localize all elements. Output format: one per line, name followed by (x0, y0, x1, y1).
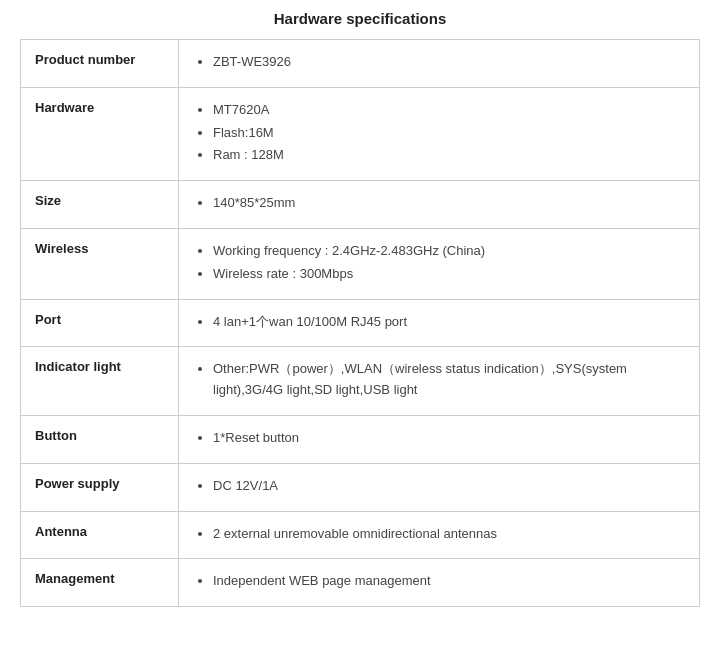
row-label: Indicator light (21, 347, 179, 416)
list-item: 1*Reset button (213, 428, 685, 449)
row-value: 4 lan+1个wan 10/100M RJ45 port (179, 299, 700, 347)
row-value: Other:PWR（power）,WLAN（wireless status in… (179, 347, 700, 416)
table-row: WirelessWorking frequency : 2.4GHz-2.483… (21, 228, 700, 299)
row-label: Hardware (21, 87, 179, 180)
row-label: Button (21, 415, 179, 463)
table-row: Port4 lan+1个wan 10/100M RJ45 port (21, 299, 700, 347)
row-label: Power supply (21, 463, 179, 511)
table-row: Indicator lightOther:PWR（power）,WLAN（wir… (21, 347, 700, 416)
list-item: 140*85*25mm (213, 193, 685, 214)
specs-table: Product numberZBT-WE3926HardwareMT7620AF… (20, 39, 700, 607)
table-row: Size140*85*25mm (21, 181, 700, 229)
table-row: Product numberZBT-WE3926 (21, 40, 700, 88)
row-value: Independent WEB page management (179, 559, 700, 607)
list-item: Ram : 128M (213, 145, 685, 166)
row-value: DC 12V/1A (179, 463, 700, 511)
table-row: HardwareMT7620AFlash:16MRam : 128M (21, 87, 700, 180)
page-container: Hardware specifications Product numberZB… (0, 0, 720, 627)
list-item: Independent WEB page management (213, 571, 685, 592)
list-item: Working frequency : 2.4GHz-2.483GHz (Chi… (213, 241, 685, 262)
table-row: ManagementIndependent WEB page managemen… (21, 559, 700, 607)
row-label: Wireless (21, 228, 179, 299)
list-item: ZBT-WE3926 (213, 52, 685, 73)
row-value: 2 external unremovable omnidirectional a… (179, 511, 700, 559)
row-label: Product number (21, 40, 179, 88)
row-value: Working frequency : 2.4GHz-2.483GHz (Chi… (179, 228, 700, 299)
row-label: Port (21, 299, 179, 347)
list-item: Flash:16M (213, 123, 685, 144)
row-value: ZBT-WE3926 (179, 40, 700, 88)
table-row: Power supplyDC 12V/1A (21, 463, 700, 511)
table-row: Button1*Reset button (21, 415, 700, 463)
list-item: Other:PWR（power）,WLAN（wireless status in… (213, 359, 685, 401)
row-label: Antenna (21, 511, 179, 559)
row-value: 140*85*25mm (179, 181, 700, 229)
list-item: MT7620A (213, 100, 685, 121)
list-item: 4 lan+1个wan 10/100M RJ45 port (213, 312, 685, 333)
page-title: Hardware specifications (20, 10, 700, 27)
list-item: Wireless rate : 300Mbps (213, 264, 685, 285)
row-label: Management (21, 559, 179, 607)
row-label: Size (21, 181, 179, 229)
table-row: Antenna2 external unremovable omnidirect… (21, 511, 700, 559)
list-item: DC 12V/1A (213, 476, 685, 497)
row-value: 1*Reset button (179, 415, 700, 463)
list-item: 2 external unremovable omnidirectional a… (213, 524, 685, 545)
row-value: MT7620AFlash:16MRam : 128M (179, 87, 700, 180)
